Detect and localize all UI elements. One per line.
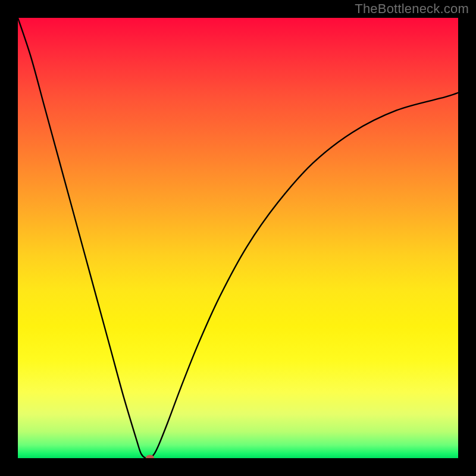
watermark-label: TheBottleneck.com (355, 1, 469, 17)
minimum-marker (146, 455, 154, 459)
chart-frame: TheBottleneck.com (0, 0, 476, 476)
bottleneck-curve (18, 18, 458, 458)
plot-area (18, 18, 458, 458)
